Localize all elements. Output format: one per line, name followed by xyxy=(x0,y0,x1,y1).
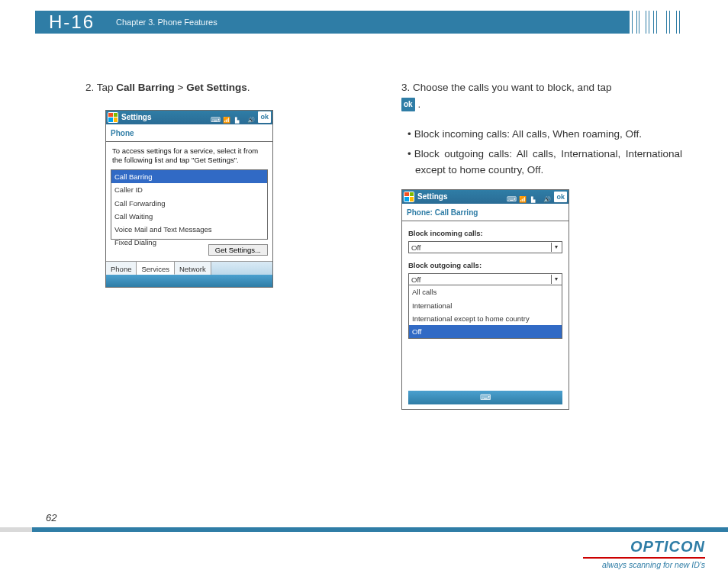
list-item[interactable]: Call Forwarding xyxy=(111,197,267,210)
left-column: 2. Tap Call Barring > Get Settings. Sett… xyxy=(85,79,366,410)
barcode-decoration xyxy=(546,11,684,34)
bottom-bar xyxy=(106,275,272,287)
tab-phone[interactable]: Phone xyxy=(106,262,137,275)
status-icons xyxy=(507,193,551,201)
step2-sep: > xyxy=(175,82,186,93)
footer-rule-grey xyxy=(0,527,32,532)
windows-flag-icon[interactable] xyxy=(108,112,118,123)
ok-button[interactable]: ok xyxy=(258,111,271,122)
keyboard-icon[interactable] xyxy=(480,391,491,404)
chevron-down-icon[interactable] xyxy=(551,275,560,284)
outgoing-combobox[interactable]: Off xyxy=(408,273,562,285)
label-incoming: Block incoming calls: xyxy=(402,221,569,241)
incoming-combobox[interactable]: Off xyxy=(408,241,562,253)
footer-rule xyxy=(0,525,728,534)
volume-icon[interactable] xyxy=(247,114,255,121)
chevron-down-icon[interactable] xyxy=(551,243,560,252)
section-heading: Phone xyxy=(106,124,272,142)
status-icons xyxy=(211,114,255,121)
brand-block: OPTICON always scanning for new ID's xyxy=(583,538,705,569)
dropdown-option[interactable]: All calls xyxy=(409,285,562,298)
bullet-incoming: Block incoming calls: All calls, When ro… xyxy=(401,126,682,143)
list-item[interactable]: Call Waiting xyxy=(111,210,267,223)
page-body: 2. Tap Call Barring > Get Settings. Sett… xyxy=(0,37,728,410)
antenna-icon xyxy=(235,114,243,121)
antenna-icon xyxy=(531,193,539,201)
screenshot-settings-services: Settings ok Phone To access settings for… xyxy=(105,110,273,288)
keyboard-icon[interactable] xyxy=(211,114,218,121)
brand-tagline: always scanning for new ID's xyxy=(583,560,705,569)
brand-logo: OPTICON xyxy=(583,538,705,556)
outgoing-dropdown[interactable]: All calls International International ex… xyxy=(408,285,562,339)
ok-button[interactable]: ok xyxy=(554,192,567,202)
step-2-text: 2. Tap Call Barring > Get Settings. xyxy=(85,79,366,96)
bullet-outgoing: Block outgoing calls: All calls, Interna… xyxy=(401,146,682,179)
right-column: 3. Choose the calls you want to block, a… xyxy=(401,79,682,410)
dropdown-option[interactable]: Off xyxy=(409,325,562,338)
get-settings-button[interactable]: Get Settings... xyxy=(208,244,268,256)
brand-red-line xyxy=(583,557,705,559)
section-heading: Phone: Call Barring xyxy=(402,204,569,221)
step2-bold1: Call Barring xyxy=(116,82,175,93)
titlebar: Settings ok xyxy=(402,190,569,204)
step3-text: 3. Choose the calls you want to block, a… xyxy=(401,82,611,93)
sip-bar xyxy=(408,391,562,404)
keyboard-icon[interactable] xyxy=(507,193,514,201)
dropdown-option[interactable]: International xyxy=(409,299,562,312)
header-band: H-16 Chapter 3. Phone Features xyxy=(35,11,684,34)
signal-icon xyxy=(223,114,230,121)
services-listbox[interactable]: Call Barring Caller ID Call Forwarding C… xyxy=(111,169,268,240)
label-outgoing: Block outgoing calls: xyxy=(402,253,569,273)
incoming-value: Off xyxy=(411,242,421,253)
dropdown-option[interactable]: International except to home country xyxy=(409,312,562,325)
list-item[interactable]: Caller ID xyxy=(111,183,267,196)
ok-chip-icon: ok xyxy=(401,98,415,111)
titlebar: Settings ok xyxy=(106,111,272,124)
window-title: Settings xyxy=(417,191,507,203)
tab-services[interactable]: Services xyxy=(137,262,174,275)
step2-bold2: Get Settings xyxy=(186,82,247,93)
tab-network[interactable]: Network xyxy=(175,262,211,275)
list-item[interactable]: Call Barring xyxy=(111,170,267,183)
device-model: H-16 xyxy=(49,11,95,33)
step2-prefix: 2. Tap xyxy=(85,82,116,93)
windows-flag-icon[interactable] xyxy=(404,192,414,202)
hint-text: To access settings for a service, select… xyxy=(106,142,272,170)
step-3-text: 3. Choose the calls you want to block, a… xyxy=(401,79,682,112)
spacer xyxy=(402,339,569,385)
chapter-title: Chapter 3. Phone Features xyxy=(116,18,217,27)
signal-icon xyxy=(519,193,527,201)
outgoing-value: Off xyxy=(411,274,421,285)
tab-strip: Phone Services Network xyxy=(106,261,272,275)
screenshot-call-barring: Settings ok Phone: Call Barring Block in… xyxy=(401,189,569,410)
volume-icon[interactable] xyxy=(543,193,551,201)
list-item[interactable]: Voice Mail and Text Messages xyxy=(111,223,267,236)
page-number: 62 xyxy=(46,512,56,523)
step3-period: . xyxy=(415,98,421,110)
window-title: Settings xyxy=(121,111,211,124)
footer-rule-teal xyxy=(32,527,728,532)
page-header: H-16 Chapter 3. Phone Features xyxy=(0,0,728,37)
step2-suffix: . xyxy=(247,82,250,93)
bullet-list: Block incoming calls: All calls, When ro… xyxy=(401,126,682,179)
